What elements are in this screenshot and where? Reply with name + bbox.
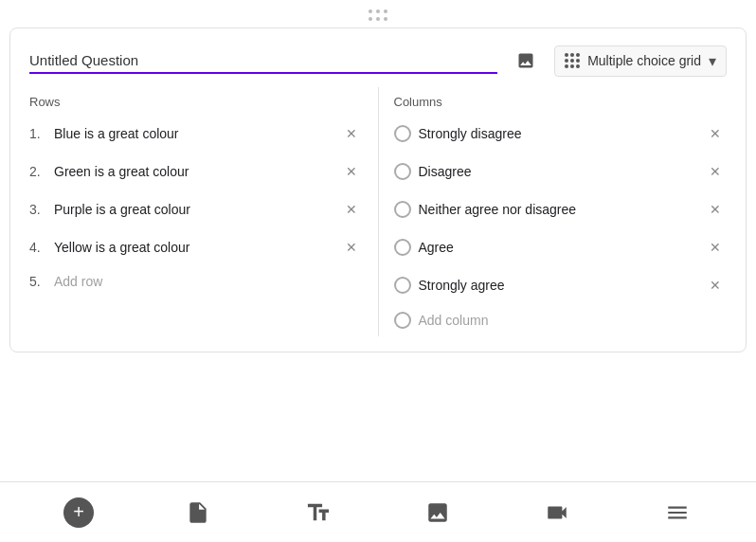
question-input-wrap <box>29 48 497 74</box>
col-text-1: Strongly disagree <box>419 126 697 141</box>
col-text-3: Neither agree nor disagree <box>419 202 697 217</box>
row-item: 2. Green is a great colour ✕ <box>29 153 363 190</box>
add-text-button[interactable] <box>297 492 339 533</box>
col-text-4: Agree <box>419 240 697 255</box>
row-text-4: Yellow is a great colour <box>54 240 333 255</box>
add-row-item: 5. Add row <box>29 266 363 297</box>
add-col-item: Add column <box>394 304 728 336</box>
chevron-down-icon: ▾ <box>709 52 716 70</box>
rows-section: Rows 1. Blue is a great colour ✕ 2. Gree… <box>29 87 363 336</box>
radio-icon <box>394 312 411 329</box>
row-number-2: 2. <box>29 164 46 179</box>
question-title-input[interactable] <box>29 48 497 74</box>
card-top: Multiple choice grid ▾ <box>10 28 746 87</box>
add-question-button[interactable]: + <box>58 492 99 533</box>
remove-row-2-button[interactable]: ✕ <box>340 160 363 183</box>
remove-col-2-button[interactable]: ✕ <box>704 160 727 183</box>
col-item: Strongly agree ✕ <box>394 266 728 304</box>
columns-section: Columns Strongly disagree ✕ Disagree ✕ N… <box>394 87 728 336</box>
section-divider <box>378 87 379 336</box>
add-image-button[interactable] <box>509 44 543 78</box>
remove-col-3-button[interactable]: ✕ <box>704 198 727 221</box>
type-selector-grid-icon <box>565 53 580 68</box>
col-text-5: Strongly agree <box>419 278 697 293</box>
columns-section-title: Columns <box>394 87 728 115</box>
plus-circle-icon: + <box>63 497 94 528</box>
row-number-5: 5. <box>29 274 46 289</box>
text-icon <box>305 499 332 526</box>
add-row-button[interactable]: Add row <box>54 274 102 289</box>
col-item: Disagree ✕ <box>394 153 728 190</box>
radio-icon <box>394 125 411 142</box>
row-number-1: 1. <box>29 126 46 141</box>
add-image-toolbar-button[interactable] <box>417 492 459 533</box>
bottom-toolbar: + <box>0 481 756 542</box>
row-number-3: 3. <box>29 202 46 217</box>
section-icon <box>665 500 690 525</box>
radio-icon <box>394 239 411 256</box>
rows-section-title: Rows <box>29 87 363 115</box>
import-icon <box>186 500 210 525</box>
drag-dots-icon <box>369 9 388 22</box>
image-icon <box>516 51 535 70</box>
add-section-button[interactable] <box>657 492 698 533</box>
row-text-1: Blue is a great colour <box>54 126 333 141</box>
radio-icon <box>394 277 411 294</box>
drag-handle <box>0 0 756 27</box>
row-text-3: Purple is a great colour <box>54 202 333 217</box>
add-column-button[interactable]: Add column <box>419 313 489 328</box>
col-item: Agree ✕ <box>394 228 728 266</box>
radio-icon <box>394 163 411 180</box>
remove-col-1-button[interactable]: ✕ <box>704 122 727 145</box>
row-item: 4. Yellow is a great colour ✕ <box>29 228 363 266</box>
type-selector[interactable]: Multiple choice grid ▾ <box>554 45 727 77</box>
remove-col-5-button[interactable]: ✕ <box>704 274 727 297</box>
row-text-2: Green is a great colour <box>54 164 333 179</box>
rows-columns-layout: Rows 1. Blue is a great colour ✕ 2. Gree… <box>10 87 746 336</box>
row-item: 1. Blue is a great colour ✕ <box>29 115 363 153</box>
question-card: Multiple choice grid ▾ Rows 1. Blue is a… <box>9 27 747 352</box>
remove-col-4-button[interactable]: ✕ <box>704 236 727 259</box>
row-item: 3. Purple is a great colour ✕ <box>29 190 363 228</box>
col-text-2: Disagree <box>419 164 697 179</box>
radio-icon <box>394 201 411 218</box>
remove-row-4-button[interactable]: ✕ <box>340 236 363 259</box>
add-video-button[interactable] <box>536 492 578 533</box>
remove-row-3-button[interactable]: ✕ <box>340 198 363 221</box>
type-selector-label: Multiple choice grid <box>587 53 701 68</box>
col-item: Neither agree nor disagree ✕ <box>394 190 728 228</box>
import-question-button[interactable] <box>177 492 219 533</box>
col-item: Strongly disagree ✕ <box>394 115 728 153</box>
remove-row-1-button[interactable]: ✕ <box>340 122 363 145</box>
image-toolbar-icon <box>425 500 450 525</box>
row-number-4: 4. <box>29 240 46 255</box>
video-icon <box>545 500 569 525</box>
